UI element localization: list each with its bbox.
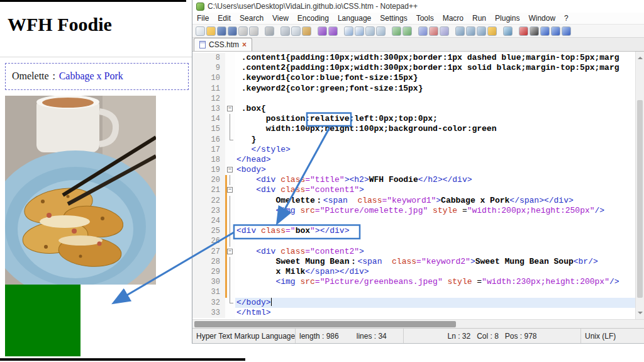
menu-search[interactable]: Search (235, 14, 268, 23)
code-line-9[interactable]: 9 .content2{padding:10px;width:300px;bor… (192, 63, 635, 73)
cut-icon[interactable] (280, 26, 290, 36)
folder-as-workspace-icon[interactable] (487, 26, 497, 36)
paste-icon[interactable] (302, 26, 311, 36)
find-icon[interactable] (344, 26, 353, 36)
menu-run[interactable]: Run (468, 14, 491, 23)
code-line-14[interactable]: 14 position:relative;left:0px;top:0px; (192, 114, 635, 124)
scroll-down-icon[interactable] (638, 312, 643, 317)
code-editor[interactable]: 8 .content1{padding:10px;width:300px;bor… (192, 52, 644, 319)
code-line-20[interactable]: 20 <div class="title"><h2>WFH Foodie</h2… (192, 175, 635, 185)
fold-collapse-icon[interactable]: − (225, 165, 235, 175)
code-line-18[interactable]: 18</head> (192, 155, 635, 165)
close-icon[interactable] (238, 26, 248, 36)
fold-margin (225, 94, 235, 104)
code-line-22[interactable]: 22 Omelette：<span class="keyword1">Cabba… (192, 196, 635, 206)
code-line-10[interactable]: 10 .keyword1{color:blue;font-size:15px} (192, 73, 635, 83)
new-file-icon[interactable] (196, 26, 205, 36)
menu-help[interactable]: ? (560, 14, 573, 23)
code-line-15[interactable]: 15 width:100px;height:100px;background-c… (192, 124, 635, 134)
zoom-in-icon[interactable] (365, 26, 375, 36)
code-line-23[interactable]: 23 <img src="Picture/omelette.jpg" style… (192, 206, 635, 216)
fold-margin (225, 84, 235, 94)
menu-edit[interactable]: Edit (213, 14, 235, 23)
menu-file[interactable]: File (192, 14, 213, 23)
zoom-out-icon[interactable] (376, 26, 386, 36)
line-number: 26 (192, 236, 225, 246)
menu-plugins[interactable]: Plugins (491, 14, 524, 23)
run-macro-multiple-icon[interactable] (562, 26, 571, 36)
code-line-29[interactable]: 29 x Milk</span></div> (192, 267, 635, 277)
line-number: 27 (192, 247, 225, 257)
code-text (235, 287, 635, 297)
code-line-21[interactable]: 21− <div class="content1"> (192, 185, 635, 195)
code-line-31[interactable]: 31 (192, 287, 635, 297)
word-wrap-icon[interactable] (418, 26, 428, 36)
menu-tools[interactable]: Tools (412, 14, 438, 23)
code-line-17[interactable]: 17 </style> (192, 145, 635, 155)
code-text: <img src="Picture/greenbeans.jpeg" style… (235, 277, 635, 287)
fold-collapse-icon[interactable]: − (225, 104, 235, 114)
tab-css-htm[interactable]: CSS.htm × (194, 38, 252, 51)
menu-window[interactable]: Window (524, 14, 560, 23)
vertical-scrollbar-thumb[interactable] (637, 100, 643, 298)
code-line-33[interactable]: 33</html> (192, 308, 635, 318)
code-line-12[interactable]: 12 (192, 94, 635, 104)
copy-icon[interactable] (291, 26, 301, 36)
redo-icon[interactable] (328, 26, 338, 36)
fold-margin (225, 257, 235, 267)
close-tab-icon[interactable]: × (242, 41, 247, 48)
save-all-icon[interactable] (228, 26, 237, 36)
code-line-25[interactable]: 25<div class="box"></div> (192, 226, 635, 236)
fold-collapse-icon[interactable]: − (225, 247, 235, 257)
line-number: 19 (192, 165, 225, 175)
document-map-icon[interactable] (466, 26, 475, 36)
save-icon[interactable] (217, 26, 226, 36)
code-line-32[interactable]: 32</body> (192, 298, 635, 308)
stop-macro-icon[interactable] (530, 26, 539, 36)
sync-horizontal-icon[interactable] (402, 26, 412, 36)
menu-language[interactable]: Language (333, 14, 375, 23)
fold-collapse-icon[interactable]: − (225, 185, 235, 195)
code-line-30[interactable]: 30 <img src="Picture/greenbeans.jpeg" st… (192, 277, 635, 287)
menu-macro[interactable]: Macro (438, 14, 468, 23)
menu-settings[interactable]: Settings (375, 14, 411, 23)
code-text: <div class="content2"> (235, 247, 635, 257)
header-divider (0, 57, 192, 57)
undo-icon[interactable] (318, 26, 327, 36)
fold-margin (225, 114, 235, 124)
document-list-icon[interactable] (477, 26, 486, 36)
code-line-8[interactable]: 8 .content1{padding:10px;width:300px;bor… (192, 53, 635, 63)
show-all-characters-icon[interactable] (429, 26, 438, 36)
horizontal-scrollbar[interactable] (192, 319, 644, 328)
close-all-icon[interactable] (249, 26, 258, 36)
play-macro-icon[interactable] (540, 26, 550, 36)
code-line-16[interactable]: 16 } (192, 135, 635, 145)
code-line-27[interactable]: 27− <div class="content2"> (192, 247, 635, 257)
open-folder-icon[interactable] (206, 26, 216, 36)
status-eol-format: Unix (LF) (581, 329, 644, 343)
save-macro-icon[interactable] (551, 26, 560, 36)
record-macro-icon[interactable] (519, 26, 528, 36)
editor-lines: 8 .content1{padding:10px;width:300px;bor… (192, 52, 635, 319)
code-line-13[interactable]: 13− .box{ (192, 104, 635, 114)
fold-margin (225, 298, 235, 308)
menu-view[interactable]: View (268, 14, 293, 23)
code-line-11[interactable]: 11 .keyword2{color:green;font-size:15px} (192, 84, 635, 94)
indent-guide-icon[interactable] (440, 26, 449, 36)
fold-margin (225, 196, 235, 206)
code-line-19[interactable]: 19−<body> (192, 165, 635, 175)
function-list-icon[interactable] (455, 26, 465, 36)
notepadpp-window: C:\Users\user\Desktop\VidaLin.github.io\… (192, 0, 644, 344)
print-icon[interactable] (265, 26, 274, 36)
code-line-24[interactable]: 24 (192, 216, 635, 226)
scroll-up-icon[interactable] (638, 54, 643, 59)
code-line-26[interactable]: 26 (192, 236, 635, 246)
replace-icon[interactable] (355, 26, 364, 36)
vertical-scrollbar[interactable] (635, 52, 644, 319)
menu-encoding[interactable]: Encoding (293, 14, 333, 23)
code-line-28[interactable]: 28 Sweet Mung Bean：<span class="keyword2… (192, 257, 635, 267)
sync-vertical-icon[interactable] (392, 26, 401, 36)
code-text: <div class="title"><h2>WFH Foodie</h2></… (235, 175, 635, 185)
monitoring-icon[interactable] (503, 26, 513, 36)
horizontal-scrollbar-thumb[interactable] (194, 321, 456, 327)
